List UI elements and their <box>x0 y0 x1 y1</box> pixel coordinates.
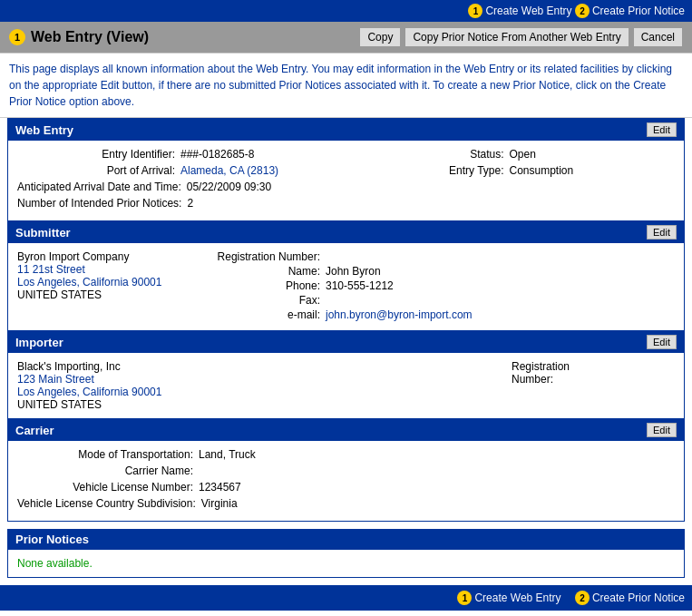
bottom-nav-bar: 1 Create Web Entry 2 Create Prior Notice <box>0 585 692 611</box>
submitter-section: Submitter Edit Byron Import Company 11 2… <box>7 221 685 331</box>
importer-address2: Los Angeles, California 90001 <box>17 386 493 398</box>
registration-number-row: Registration Number: <box>217 250 675 263</box>
importer-edit-button[interactable]: Edit <box>647 335 677 349</box>
info-text: This page displays all known information… <box>0 54 692 118</box>
status-value: Open <box>510 148 536 161</box>
importer-registration: Registration Number: <box>512 360 675 411</box>
top-nav-prior-notice-circle: 2 <box>575 4 590 18</box>
mode-of-transport-value: Land, Truck <box>199 448 256 461</box>
contact-email-label: e-mail: <box>217 308 326 321</box>
top-nav-prior-notice-label: Create Prior Notice <box>592 5 685 17</box>
web-entry-right-col: Status: Open Entry Type: Consumption <box>346 148 676 213</box>
web-entry-section-body: Entry Identifier: ###-0182685-8 Port of … <box>8 141 684 220</box>
contact-fax-row: Fax: <box>217 294 675 307</box>
submitter-section-header: Submitter Edit <box>8 221 684 243</box>
submitter-address3: UNITED STATES <box>17 288 199 301</box>
status-label: Status: <box>346 148 510 161</box>
anticipated-arrival-value: 05/22/2009 09:30 <box>187 181 271 193</box>
vehicle-license-number-row: Vehicle License Number: 1234567 <box>17 481 675 494</box>
submitter-edit-button[interactable]: Edit <box>647 225 677 240</box>
page-header: 1 Web Entry (View) Copy Copy Prior Notic… <box>0 22 692 54</box>
page-title-circle: 1 <box>9 29 25 45</box>
vehicle-license-country-value: Virginia <box>201 497 238 510</box>
importer-layout: Black's Importing, Inc 123 Main Street L… <box>17 360 675 411</box>
submitter-section-body: Byron Import Company 11 21st Street Los … <box>8 243 684 330</box>
intended-prior-row: Number of Intended Prior Notices: 2 <box>17 197 346 210</box>
importer-address: Black's Importing, Inc 123 Main Street L… <box>17 360 493 411</box>
importer-number-label: Number: <box>512 373 675 386</box>
copy-prior-notice-button[interactable]: Copy Prior Notice From Another Web Entry <box>404 27 629 47</box>
top-nav-web-entry-circle: 1 <box>468 4 482 18</box>
contact-email-row: e-mail: john.byron@byron-import.com <box>217 308 675 321</box>
contact-phone-row: Phone: 310-555-1212 <box>217 279 675 292</box>
importer-address3: UNITED STATES <box>17 398 493 411</box>
page-title-container: 1 Web Entry (View) <box>9 29 149 45</box>
carrier-name-row: Carrier Name: <box>17 464 675 477</box>
status-row: Status: Open <box>346 148 676 161</box>
bottom-nav-prior-notice-label: Create Prior Notice <box>592 592 685 604</box>
entry-type-label: Entry Type: <box>346 164 510 177</box>
web-entry-section-header: Web Entry Edit <box>8 119 684 141</box>
web-entry-left-col: Entry Identifier: ###-0182685-8 Port of … <box>17 148 346 213</box>
registration-number-label: Registration Number: <box>217 250 326 263</box>
web-entry-fields: Entry Identifier: ###-0182685-8 Port of … <box>17 148 675 213</box>
port-of-arrival-label: Port of Arrival: <box>17 164 180 177</box>
contact-name-row: Name: John Byron <box>217 265 675 278</box>
vehicle-license-country-label: Vehicle License Country Subdivision: <box>17 497 201 510</box>
port-of-arrival-value: Alameda, CA (2813) <box>180 164 278 177</box>
web-entry-edit-button[interactable]: Edit <box>647 122 677 137</box>
submitter-layout: Byron Import Company 11 21st Street Los … <box>17 250 675 323</box>
contact-name-value: John Byron <box>326 265 381 278</box>
entry-identifier-label: Entry Identifier: <box>17 148 180 161</box>
submitter-company-name: Byron Import Company <box>17 250 199 263</box>
prior-notices-section: Prior Notices None available. <box>7 529 685 578</box>
contact-fax-label: Fax: <box>217 294 326 307</box>
submitter-section-title: Submitter <box>15 226 71 240</box>
importer-section: Importer Edit Black's Importing, Inc 123… <box>7 331 685 419</box>
top-nav-create-prior-notice[interactable]: 2 Create Prior Notice <box>575 4 685 18</box>
bottom-nav-create-prior-notice[interactable]: 2 Create Prior Notice <box>575 591 685 605</box>
prior-notices-section-title: Prior Notices <box>15 533 89 546</box>
top-nav-bar: 1 Create Web Entry 2 Create Prior Notice <box>0 0 692 22</box>
header-buttons: Copy Copy Prior Notice From Another Web … <box>359 27 683 47</box>
contact-phone-value: 310-555-1212 <box>326 279 394 292</box>
prior-notices-section-header: Prior Notices <box>8 529 684 550</box>
vehicle-license-number-label: Vehicle License Number: <box>17 481 199 494</box>
submitter-contact: Registration Number: Name: John Byron Ph… <box>217 250 675 323</box>
carrier-section-body: Mode of Transportation: Land, Truck Carr… <box>8 441 684 521</box>
importer-company-name: Black's Importing, Inc <box>17 360 493 373</box>
prior-notices-none: None available. <box>17 557 93 570</box>
copy-button[interactable]: Copy <box>359 27 401 47</box>
submitter-address2: Los Angeles, California 90001 <box>17 276 199 288</box>
importer-address1: 123 Main Street <box>17 373 493 386</box>
page-title: Web Entry (View) <box>31 29 149 45</box>
importer-reg-row: Registration <box>512 360 675 373</box>
bottom-nav-create-web-entry[interactable]: 1 Create Web Entry <box>457 591 560 605</box>
top-nav-create-web-entry[interactable]: 1 Create Web Entry <box>468 4 571 18</box>
vehicle-license-number-value: 1234567 <box>199 481 241 494</box>
entry-type-row: Entry Type: Consumption <box>346 164 676 177</box>
bottom-nav-web-entry-label: Create Web Entry <box>474 592 560 604</box>
cancel-button[interactable]: Cancel <box>633 27 683 47</box>
intended-prior-label: Number of Intended Prior Notices: <box>17 197 187 210</box>
carrier-section: Carrier Edit Mode of Transportation: Lan… <box>7 419 685 522</box>
port-of-arrival-row: Port of Arrival: Alameda, CA (2813) <box>17 164 346 177</box>
entry-identifier-row: Entry Identifier: ###-0182685-8 <box>17 148 346 161</box>
carrier-name-label: Carrier Name: <box>17 464 199 477</box>
importer-section-body: Black's Importing, Inc 123 Main Street L… <box>8 353 684 418</box>
bottom-nav-prior-notice-circle: 2 <box>575 591 590 605</box>
carrier-section-title: Carrier <box>15 424 54 437</box>
carrier-section-header: Carrier Edit <box>8 419 684 441</box>
top-nav-web-entry-label: Create Web Entry <box>485 5 571 17</box>
web-entry-section: Web Entry Edit Entry Identifier: ###-018… <box>7 118 685 221</box>
importer-section-title: Importer <box>15 336 63 349</box>
anticipated-arrival-label: Anticipated Arrival Date and Time: <box>17 181 187 193</box>
prior-notices-body: None available. <box>8 550 684 577</box>
vehicle-license-country-row: Vehicle License Country Subdivision: Vir… <box>17 497 675 510</box>
submitter-address1: 11 21st Street <box>17 263 199 276</box>
mode-of-transport-label: Mode of Transportation: <box>17 448 199 461</box>
carrier-edit-button[interactable]: Edit <box>647 423 677 437</box>
main-content: Web Entry Edit Entry Identifier: ###-018… <box>0 118 692 578</box>
importer-section-header: Importer Edit <box>8 331 684 353</box>
submitter-address: Byron Import Company 11 21st Street Los … <box>17 250 199 323</box>
